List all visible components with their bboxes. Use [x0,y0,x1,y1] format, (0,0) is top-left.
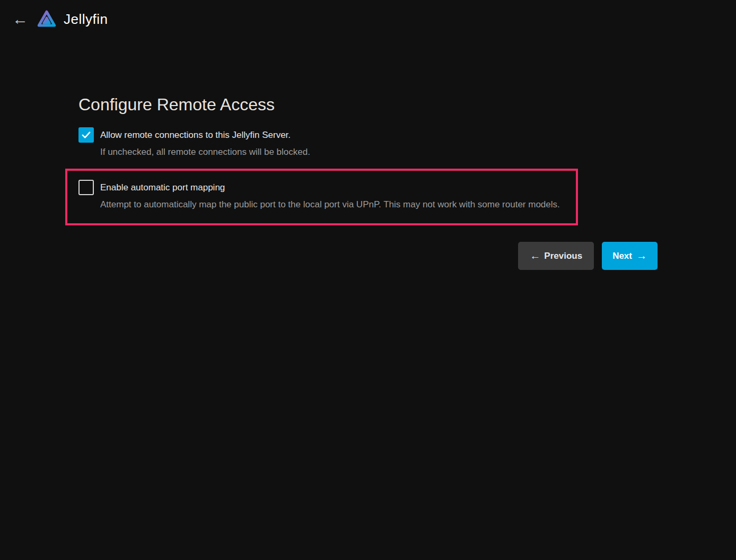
annotation-highlight-box: Enable automatic port mapping Attempt to… [65,169,578,225]
jellyfin-logo-icon [35,7,58,31]
option-allow-remote: Allow remote connections to this Jellyfi… [78,127,658,158]
port-mapping-checkbox[interactable] [78,180,94,195]
previous-button[interactable]: ← Previous [518,242,594,270]
port-mapping-label[interactable]: Enable automatic port mapping [100,180,560,195]
app-header: ← Jellyfin [0,0,736,36]
wizard-nav-buttons: ← Previous Next → [78,242,658,270]
arrow-right-icon: → [636,250,647,262]
jellyfin-logo [35,7,58,31]
allow-remote-description: If unchecked, all remote connections wil… [100,147,310,158]
wizard-page: Configure Remote Access Allow remote con… [78,36,658,270]
checkmark-icon [81,129,92,141]
option-port-mapping: Enable automatic port mapping Attempt to… [78,180,565,210]
back-button[interactable]: ← [8,7,32,31]
app-name: Jellyfin [64,11,108,28]
allow-remote-checkbox[interactable] [78,127,94,143]
next-button[interactable]: Next → [602,242,658,270]
previous-button-label: Previous [544,251,582,261]
port-mapping-description: Attempt to automatically map the public … [100,199,560,210]
next-button-label: Next [612,251,632,261]
arrow-left-icon: ← [530,250,540,262]
arrow-left-icon: ← [12,10,28,28]
allow-remote-label[interactable]: Allow remote connections to this Jellyfi… [100,127,310,143]
page-title: Configure Remote Access [78,94,658,115]
